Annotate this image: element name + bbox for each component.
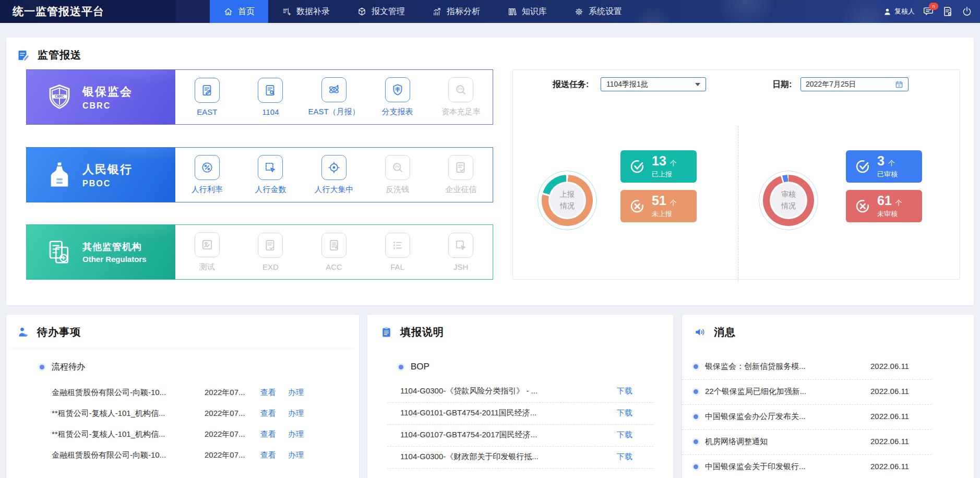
message-item[interactable]: 22个银保监局已细化加强新... 2022.06.11 xyxy=(682,379,931,405)
report-entry-fal: FAL xyxy=(366,225,429,279)
bullet-icon xyxy=(694,389,698,394)
screen: 统一监管报送平台 首页 数据补录 报文管理 指标分析 知识库 xyxy=(0,0,980,478)
todo-item-date: 2022年07... xyxy=(205,429,245,439)
message-title: 消息 xyxy=(714,325,736,339)
download-link[interactable]: 下载 xyxy=(617,430,632,440)
stat-value: 61 xyxy=(877,194,892,207)
download-link[interactable]: 下载 xyxy=(617,452,632,462)
guide-row: 1104-G0300-《贷款风险分类指引》 - ... 下载 xyxy=(387,380,653,403)
handle-link[interactable]: 办理 xyxy=(288,388,304,398)
view-link[interactable]: 查看 xyxy=(260,388,276,398)
regulator-sub: Other Regulators xyxy=(82,255,147,264)
guide-item-text: 1104-G0300-《贷款风险分类指引》 - ... xyxy=(400,386,609,396)
chart-icon xyxy=(432,7,442,17)
view-link[interactable]: 查看 xyxy=(260,409,276,419)
view-link[interactable]: 查看 xyxy=(260,429,276,439)
submit-status-donut: 上报 情况 xyxy=(537,170,597,231)
bullet-icon xyxy=(694,464,698,469)
todo-item-date: 2022年07... xyxy=(205,450,245,460)
document-gear-icon xyxy=(942,6,953,17)
stat-value: 51 xyxy=(652,194,666,207)
report-doc-button[interactable] xyxy=(942,6,953,17)
check-circle-icon xyxy=(855,159,870,174)
guide-item-text: 1104-G0300-《财政部关于印发银行抵... xyxy=(400,452,609,462)
bullet-icon xyxy=(40,365,44,369)
download-link[interactable]: 下载 xyxy=(617,408,632,418)
report-entry-label: FAL xyxy=(390,262,404,271)
task-select[interactable]: 1104季报1批 xyxy=(601,77,706,91)
guide-row: 1104-G0107-GBT4754-2017国民经济... 下载 xyxy=(387,424,653,447)
stat-label: 已审核 xyxy=(877,170,898,179)
section-header: 监管报送 xyxy=(17,48,81,62)
doc-wrench-icon xyxy=(264,83,277,97)
check-circle-icon xyxy=(629,159,645,174)
task-select-value: 1104季报1批 xyxy=(606,80,695,89)
notifications-button[interactable]: n xyxy=(923,6,934,17)
report-entry-label: 人行利率 xyxy=(192,185,223,195)
report-entry-label: 人行大集中 xyxy=(314,185,353,195)
person-desk-icon xyxy=(17,326,29,338)
report-entry-label: 人行金数 xyxy=(255,185,286,195)
pboc-brand: 人民银行 PBOC xyxy=(27,148,175,202)
nav-item-knowledge-base[interactable]: 知识库 xyxy=(494,0,560,23)
stat-label: 未审核 xyxy=(877,209,902,219)
regulator-row-pboc: 人民银行 PBOC 人行利率 人行金数 人行大集中 xyxy=(26,147,493,202)
nav-item-message-mgmt[interactable]: 报文管理 xyxy=(343,0,419,23)
nav-item-home[interactable]: 首页 xyxy=(210,0,268,23)
report-entry-pboc-centralized[interactable]: 人行大集中 xyxy=(302,148,366,202)
nav-item-system-settings[interactable]: 系统设置 xyxy=(560,0,636,23)
report-entry-test: 测试 xyxy=(175,225,239,279)
report-entry-label: 反洗钱 xyxy=(386,185,409,195)
date-picker[interactable]: 2022年7月25日 xyxy=(800,77,909,91)
handle-link[interactable]: 办理 xyxy=(288,429,304,439)
message-text: 22个银保监局已细化加强新... xyxy=(705,387,862,397)
topbar: 统一监管报送平台 首页 数据补录 报文管理 指标分析 知识库 xyxy=(0,0,980,23)
message-item[interactable]: 机房网络调整通知 2022.06.11 xyxy=(682,429,931,455)
handle-link[interactable]: 办理 xyxy=(288,450,304,460)
report-entry-east[interactable]: EAST xyxy=(175,70,239,124)
message-panel: 消息 银保监会：创新信贷服务模... 2022.06.11 22个银保监局已细化… xyxy=(682,315,974,478)
task-label: 报送任务: xyxy=(553,79,589,90)
nav-label: 指标分析 xyxy=(447,6,480,17)
report-entry-label: 资本充足率 xyxy=(441,107,481,117)
regulator-row-other: 其他监管机构 Other Regulators 测试 EXD ACC xyxy=(26,224,493,280)
report-entry-pboc-rate[interactable]: 人行利率 xyxy=(175,148,239,202)
todo-row: **租赁公司-复核人-101_机构信... 2022年07... 查看 办理 xyxy=(6,403,359,424)
report-entry-branch-report[interactable]: 分支报表 xyxy=(366,70,429,124)
documents-stack-icon xyxy=(45,238,74,266)
notification-badge: n xyxy=(929,3,938,10)
bullet-icon xyxy=(399,365,403,369)
report-entry-label: JSH xyxy=(453,262,468,271)
nav-item-data-entry[interactable]: 数据补录 xyxy=(268,0,343,23)
donut-center-label: 审核 情况 xyxy=(771,183,806,218)
message-item[interactable]: 中国银保监会关于印发银行... 2022.06.11 xyxy=(682,455,931,478)
bullet-icon xyxy=(694,414,698,419)
list-icon xyxy=(391,238,404,252)
report-entry-label: 分支报表 xyxy=(382,107,413,117)
nav-item-indicator-analysis[interactable]: 指标分析 xyxy=(419,0,494,23)
guide-item-text: 1104-G0107-GBT4754-2017国民经济... xyxy=(400,430,609,440)
report-entry-1104[interactable]: 1104 xyxy=(239,70,303,124)
report-entry-east-monthly[interactable]: EAST（月报） xyxy=(302,70,366,124)
download-link[interactable]: 下载 xyxy=(617,386,632,396)
handle-link[interactable]: 办理 xyxy=(288,409,304,419)
home-icon xyxy=(223,7,233,17)
message-item[interactable]: 中国银保监会办公厅发布关... 2022.06.11 xyxy=(682,404,931,430)
books-icon xyxy=(507,7,517,17)
doc-pen-icon xyxy=(200,83,214,97)
user-icon xyxy=(883,7,892,16)
user-menu[interactable]: 复核人 xyxy=(883,7,915,16)
pboc-logo-icon xyxy=(45,161,74,189)
app-title: 统一监管报送平台 xyxy=(13,0,104,23)
date-value: 2022年7月25日 xyxy=(806,80,895,89)
message-item[interactable]: 银保监会：创新信贷服务模... 2022.06.11 xyxy=(682,354,931,380)
logout-button[interactable] xyxy=(961,6,973,17)
report-edit-icon xyxy=(17,49,30,62)
report-entry-pboc-amount[interactable]: 人行金数 xyxy=(239,148,303,202)
speaker-icon xyxy=(694,326,706,338)
data-entry-icon xyxy=(282,7,292,17)
view-link[interactable]: 查看 xyxy=(260,450,276,460)
doc-check-icon xyxy=(264,238,277,252)
x-circle-icon xyxy=(629,198,645,214)
panel-divider xyxy=(738,126,738,281)
